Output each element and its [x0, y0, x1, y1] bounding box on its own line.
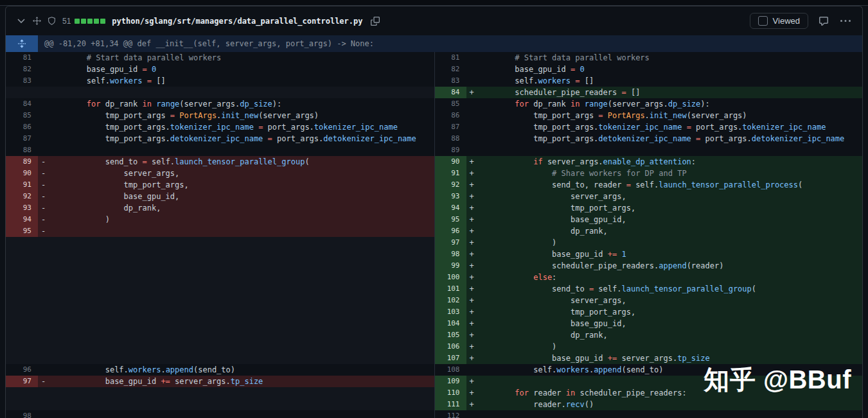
- new-line-number[interactable]: 84: [434, 87, 466, 98]
- watermark-text: 知乎 @BBuf: [704, 362, 851, 397]
- new-line-number[interactable]: 99: [434, 260, 466, 272]
- old-line-number[interactable]: 90: [6, 168, 38, 179]
- old-code-line: [38, 341, 434, 353]
- old-code-line: self.workers.append(send_to): [38, 364, 434, 376]
- diff-row: 91- tmp_port_args,92+ send_to, reader = …: [6, 179, 862, 191]
- collapse-file-button[interactable]: [16, 17, 26, 25]
- new-line-number[interactable]: 104: [434, 318, 466, 329]
- old-code-line: self.workers = []: [38, 75, 434, 87]
- new-line-number[interactable]: 101: [434, 283, 466, 295]
- new-code-line: tmp_port_args.detokenizer_ipc_name = por…: [466, 133, 863, 144]
- new-line-number[interactable]: 88: [434, 133, 466, 144]
- old-line-number[interactable]: 89: [6, 156, 38, 168]
- new-line-number[interactable]: 92: [434, 179, 466, 191]
- viewed-checkbox[interactable]: [758, 16, 768, 26]
- old-code-line: [38, 295, 434, 306]
- old-code-line: [38, 353, 434, 364]
- diff-row: 95-96+ dp_rank,: [6, 225, 862, 237]
- new-line-number[interactable]: 109: [434, 376, 466, 387]
- old-line-number[interactable]: 94: [6, 214, 38, 225]
- new-line-number[interactable]: 105: [434, 329, 466, 341]
- new-line-number[interactable]: 98: [434, 248, 466, 260]
- diff-sign: +: [466, 214, 478, 225]
- new-line-number[interactable]: 83: [434, 75, 466, 87]
- old-code-line: [38, 329, 434, 341]
- new-line-number[interactable]: 112: [434, 410, 466, 418]
- new-line-number[interactable]: 110: [434, 387, 466, 399]
- new-line-number[interactable]: 102: [434, 295, 466, 306]
- old-line-number: [6, 272, 38, 283]
- diffstat-squares: [75, 19, 105, 24]
- diff-row: 103+ tmp_port_args,: [6, 306, 862, 318]
- new-line-number[interactable]: 94: [434, 202, 466, 214]
- diff-sign: +: [466, 376, 478, 387]
- diff-sign: +: [466, 353, 478, 364]
- diff-sign: -: [38, 191, 49, 202]
- new-line-number[interactable]: 100: [434, 272, 466, 283]
- new-line-number[interactable]: 91: [434, 168, 466, 179]
- kebab-menu-button[interactable]: [839, 15, 852, 28]
- unfold-icon: [17, 39, 26, 48]
- viewed-toggle[interactable]: Viewed: [750, 13, 808, 29]
- old-line-number[interactable]: 85: [6, 110, 38, 121]
- old-line-number[interactable]: 95: [6, 225, 38, 237]
- diff-row: 93- dp_rank,94+ tmp_port_args,: [6, 202, 862, 214]
- new-line-number[interactable]: 89: [434, 144, 466, 156]
- new-line-number[interactable]: 90: [434, 156, 466, 168]
- old-code-line: tmp_port_args.detokenizer_ipc_name = por…: [38, 133, 434, 144]
- diff-row: 92- base_gpu_id,93+ server_args,: [6, 191, 862, 202]
- old-line-number[interactable]: 81: [6, 52, 38, 64]
- old-line-number[interactable]: 92: [6, 191, 38, 202]
- old-line-number[interactable]: 86: [6, 121, 38, 133]
- diff-sign: +: [466, 341, 478, 353]
- old-code-line: [38, 318, 434, 329]
- diff-row: 99+ scheduler_pipe_readers.append(reader…: [6, 260, 862, 272]
- move-icon[interactable]: [33, 17, 41, 25]
- old-line-number[interactable]: 84: [6, 98, 38, 110]
- old-code-line: [38, 283, 434, 295]
- old-line-number: [6, 329, 38, 341]
- diffstat[interactable]: 51: [62, 17, 105, 26]
- old-line-number: [6, 283, 38, 295]
- new-line-number[interactable]: 82: [434, 64, 466, 75]
- new-line-number[interactable]: 103: [434, 306, 466, 318]
- old-line-number[interactable]: 96: [6, 364, 38, 376]
- comment-button[interactable]: [817, 15, 830, 28]
- new-line-number[interactable]: 107: [434, 353, 466, 364]
- old-line-number: [6, 318, 38, 329]
- new-code-line: tmp_port_args = PortArgs.init_new(server…: [466, 110, 863, 121]
- new-code-line: + base_gpu_id,: [466, 214, 863, 225]
- new-line-number[interactable]: 85: [434, 98, 466, 110]
- diff-sign: +: [466, 202, 478, 214]
- new-line-number[interactable]: 96: [434, 225, 466, 237]
- old-line-number[interactable]: 88: [6, 144, 38, 156]
- old-code-line: tmp_port_args.tokenizer_ipc_name = port_…: [38, 121, 434, 133]
- new-line-number[interactable]: 87: [434, 121, 466, 133]
- old-line-number[interactable]: 98: [6, 410, 38, 418]
- diff-sign: +: [466, 295, 478, 306]
- old-line-number[interactable]: 91: [6, 179, 38, 191]
- old-line-number: [6, 353, 38, 364]
- old-line-number[interactable]: 83: [6, 75, 38, 87]
- old-line-number[interactable]: 82: [6, 64, 38, 75]
- copy-path-button[interactable]: [369, 15, 381, 27]
- expand-hunk-button[interactable]: [6, 35, 38, 52]
- new-line-number[interactable]: 111: [434, 399, 466, 410]
- new-line-number[interactable]: 106: [434, 341, 466, 353]
- old-line-number[interactable]: 87: [6, 133, 38, 144]
- diff-sign: +: [466, 237, 478, 248]
- new-code-line: + reader.recv(): [466, 399, 863, 410]
- new-line-number[interactable]: 108: [434, 364, 466, 376]
- diff-sign: +: [466, 399, 478, 410]
- new-line-number[interactable]: 86: [434, 110, 466, 121]
- old-line-number[interactable]: 93: [6, 202, 38, 214]
- new-line-number[interactable]: 81: [434, 52, 466, 64]
- diff-sign: +: [466, 179, 478, 191]
- new-line-number[interactable]: 93: [434, 191, 466, 202]
- new-line-number[interactable]: 95: [434, 214, 466, 225]
- new-line-number[interactable]: 97: [434, 237, 466, 248]
- old-code-line: - send_to = self.launch_tensor_parallel_…: [38, 156, 434, 168]
- file-path[interactable]: python/sglang/srt/managers/data_parallel…: [112, 17, 362, 26]
- diff-sign: +: [466, 318, 478, 329]
- old-line-number[interactable]: 97: [6, 376, 38, 387]
